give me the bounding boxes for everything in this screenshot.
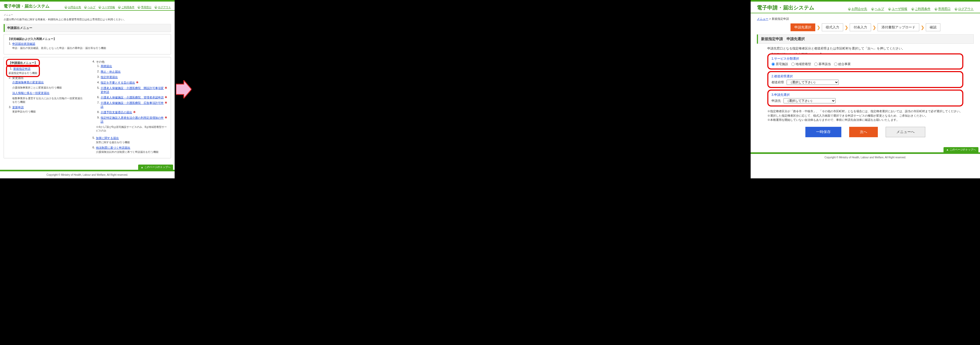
header-link[interactable]: ▶専用窓口 [935,7,951,11]
menu-link[interactable]: 再開届出 [100,64,112,68]
sec3-title: 3.申請先選択 [772,93,959,97]
prefecture-label: 都道府県 [772,80,784,85]
copyright: Copyright © Ministry of Health, Labour a… [0,171,175,178]
header-link[interactable]: ▶ヘルプ [84,5,95,9]
destination-select[interactable]: （選択して下さい） [783,98,835,103]
status-desc: 申請・届出の状況確認、差戻しとなった申請・届出の再申請・届出等を行う機能 [12,46,167,50]
header-link[interactable]: ▶ユーザ情報 [99,5,115,9]
copyright: Copyright © Ministry of Health, Labour a… [751,154,980,161]
section-title: 新規指定申請 申請先選択 [757,34,974,44]
bullet-icon: ▶ [84,6,87,9]
bullet-icon: ▶ [848,8,851,10]
menu-link[interactable]: 介護老人保健施設・介護医療院 管理者承認申請 [100,95,164,100]
header-link[interactable]: ▶ご利用条件 [912,7,931,11]
section-title: 申請届出メニュー [4,24,171,32]
menu-link[interactable]: 加算に関する届出 [96,136,119,140]
bullet-icon: ▶ [99,6,101,9]
breadcrumb-current: 新規指定申請 [772,17,789,20]
asterisk-icon: ※ [165,86,167,90]
to-top-link[interactable]: ▲このページのトップへ [943,147,978,152]
menu-link[interactable]: 新規指定申請 [13,67,30,71]
system-title: 電子申請・届出システム [4,4,49,9]
up-icon: ▲ [946,148,949,151]
bullet-icon: ▶ [935,8,937,10]
chevron-right-icon: ❯ [873,25,876,30]
header-link[interactable]: ▶ログアウト [955,7,974,11]
service-radio[interactable]: 総合事業 [834,62,851,66]
bullet-icon: ▶ [118,6,121,9]
bullet-icon: ▶ [912,8,914,10]
bullet-icon: ▶ [154,6,157,9]
menu-label: メニュー [4,13,171,17]
destination-label: 申請先 [772,99,781,103]
to-top-link[interactable]: ▲このページのトップへ [138,165,173,170]
menu-link[interactable]: 更新申請 [12,106,24,109]
service-radio[interactable]: 地域密着型 [791,62,811,66]
sec1-title: 1.サービス分類選択 [772,57,959,61]
service-radio[interactable]: 基準該当 [814,62,831,66]
note-text: ※指定権者区分が「政令市・中核市」、「その他の市区町村」となる場合には、指定権者… [767,109,963,114]
asterisk-icon: ※ [165,95,167,99]
header-link[interactable]: ▶ログアウト [154,5,171,9]
progress-step: 添付書類アップロード [878,24,919,31]
menu-link[interactable]: 指定辞退届出 [100,75,118,79]
progress-step: 申請先選択 [791,24,815,31]
menu-link[interactable]: 介護保険事業の変更届出 [12,81,44,84]
menu-link[interactable]: 他法制度に基づく申請届出 [96,146,130,150]
menu-button[interactable]: メニューへ [886,127,925,137]
header-link[interactable]: ▶ご利用条件 [118,5,135,9]
header-link[interactable]: ▶ユーザ情報 [888,7,907,11]
status-panel: 【状況確認および入力再開メニュー】 1.申請届出状況確認 申請・届出の状況確認、… [4,34,171,54]
chevron-right-icon: ❯ [845,25,848,30]
arrow-icon [176,80,192,98]
save-button[interactable]: 一時保存 [805,127,842,137]
status-panel-title: 【状況確認および入力再開メニュー】 [8,37,167,41]
progress-steps: 申請先選択❯様式入力❯付表入力❯添付書類アップロード❯確認 [757,24,974,31]
header-link[interactable]: ▶ヘルプ [871,7,884,11]
asterisk-icon: ※ [165,116,167,119]
status-confirm-link[interactable]: 申請届出状況確認 [12,42,35,46]
next-button[interactable]: 次へ [849,127,878,137]
menu-link[interactable]: 介護老人保健施設・介護医療院 開設許可事項変更申請 [100,86,164,94]
breadcrumb-menu-link[interactable]: メニュー [757,17,768,20]
breadcrumb: メニュー > 新規指定申請 [757,17,974,21]
menu-link[interactable]: 法人情報に係る一括変更届出 [12,92,49,95]
menu-link[interactable]: 指定を不要とする旨の届出 [100,81,135,85]
bullet-icon: ▶ [888,8,891,10]
chevron-right-icon: ❯ [921,25,924,30]
menu-link[interactable]: 指定特定施設入居者生活介護の利用定員増加の申請 [100,116,164,124]
instruction: 申請先窓口となる指定権者区分と都道府県または市区町村を選択して「次へ」を押してく… [767,46,974,51]
progress-step: 確認 [926,24,940,31]
service-category-box: 1.サービス分類選択 居宅施設地域密着型基準該当総合事業 [767,53,963,70]
header-links: ▶お問合せ先▶ヘルプ▶ユーザ情報▶ご利用条件▶専用窓口▶ログアウト [848,7,974,11]
asterisk-icon: ※ [133,111,135,114]
intro-note: 介護分野の行政手続に関する簡素化・利便性向上に係る要望専用窓口は右上専用窓口より… [4,18,171,21]
system-title: 電子申請・届出システム [757,4,814,11]
asterisk-icon: ※ [136,81,138,84]
header-link[interactable]: ▶お問合せ先 [848,7,867,11]
sec2-title: 2.都道府県選択 [772,74,959,79]
app-panel: 【申請届出メニュー】1.新規指定申請新規指定申請を行う機能2.変更届出介護保険事… [4,57,171,158]
bullet-icon: ▶ [871,8,874,10]
bullet-icon: ▶ [138,6,140,9]
note-text: ※選択した指定権者区分に応じて、様式入力画面で選択できる申請サービスの種類が変更… [767,114,963,118]
menu-link[interactable]: 介護予防支援委託の届出 [100,111,132,114]
up-icon: ▲ [141,166,143,169]
note-text: ※本格運用を開始していない自治体もありますので、事前に申請先自治体に確認をお願い… [767,118,963,122]
asterisk-icon: ※ [165,101,167,104]
header-link[interactable]: ▶お問合せ先 [65,5,81,9]
progress-step: 付表入力 [850,24,871,31]
progress-step: 様式入力 [822,24,843,31]
chevron-right-icon: ❯ [817,25,820,30]
prefecture-select[interactable]: （選択して下さい） [787,80,839,85]
service-radio[interactable]: 居宅施設 [772,62,788,66]
bullet-icon: ▶ [65,6,67,9]
svg-marker-0 [176,80,192,98]
menu-link[interactable]: 廃止・休止届出 [100,70,121,74]
header-link[interactable]: ▶専用窓口 [138,5,151,9]
bullet-icon: ▶ [955,8,957,10]
menu-link[interactable]: 介護老人保健施設・介護医療院 広告事項許可申請 [100,101,164,109]
destination-box: 3.申請先選択 申請先 （選択して下さい） [767,90,963,106]
header-links: ▶お問合せ先▶ヘルプ▶ユーザ情報▶ご利用条件▶専用窓口▶ログアウト [65,5,171,9]
app-panel-title: 【申請届出メニュー】 [9,61,37,64]
